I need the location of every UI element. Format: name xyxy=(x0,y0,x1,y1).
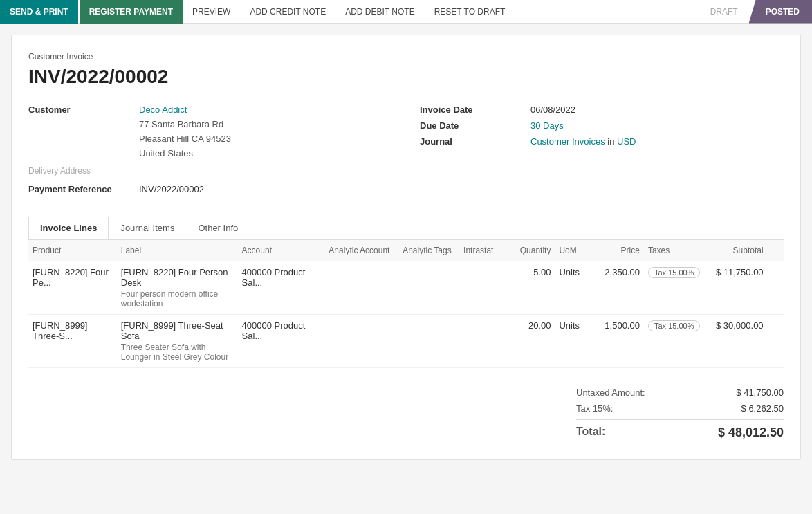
untaxed-label: Untaxed Amount: xyxy=(576,387,645,398)
cell-tags-1 xyxy=(398,315,459,368)
due-date-label: Due Date xyxy=(420,120,530,131)
tax-value: $ 6,262.50 xyxy=(714,403,784,414)
cell-subtotal-1: $ 30,000.00 xyxy=(706,315,768,368)
header-menu xyxy=(768,240,784,261)
tab-other-info[interactable]: Other Info xyxy=(186,217,250,239)
invoice-info-section: Customer Deco Addict 77 Santa Barbara Rd… xyxy=(28,104,784,200)
header-label: Label xyxy=(117,240,238,261)
customer-row: Customer Deco Addict xyxy=(28,104,392,115)
status-draft-label: DRAFT xyxy=(699,0,749,24)
main-content: Customer Invoice INV/2022/00002 Customer… xyxy=(11,35,801,460)
add-debit-note-button[interactable]: ADD DEBIT NOTE xyxy=(335,0,424,24)
invoice-date-value: 06/08/2022 xyxy=(530,104,575,115)
cell-price-0: 2,350.00 xyxy=(589,261,644,315)
journal-currency-link[interactable]: USD xyxy=(617,136,636,147)
address-line2: Pleasant Hill CA 94523 xyxy=(139,134,231,144)
status-bar: DRAFT POSTED xyxy=(699,0,812,24)
invoice-type: Customer Invoice xyxy=(28,52,784,62)
totals-section: Untaxed Amount: $ 41,750.00 Tax 15%: $ 6… xyxy=(28,385,784,443)
toolbar: SEND & PRINT REGISTER PAYMENT PREVIEW AD… xyxy=(0,0,812,24)
total-value: $ 48,012.50 xyxy=(714,425,784,440)
total-label: Total: xyxy=(576,425,605,440)
cell-menu-0 xyxy=(768,261,784,315)
untaxed-value: $ 41,750.00 xyxy=(714,387,784,398)
journal-row: Journal Customer Invoices in USD xyxy=(420,136,784,147)
customer-link[interactable]: Deco Addict xyxy=(139,104,187,115)
payment-reference-row: Payment Reference INV/2022/00002 xyxy=(28,184,392,194)
tabs: Invoice Lines Journal Items Other Info xyxy=(28,217,784,239)
tax-row: Tax 15%: $ 6,262.50 xyxy=(576,401,784,416)
cell-tags-0 xyxy=(398,261,459,315)
totals-table: Untaxed Amount: $ 41,750.00 Tax 15%: $ 6… xyxy=(576,385,784,443)
cell-label-1: [FURN_8999] Three-Seat Sofa Three Seater… xyxy=(117,315,238,368)
payment-reference-value: INV/2022/00002 xyxy=(139,184,204,194)
header-taxes: Taxes xyxy=(644,240,706,261)
untaxed-row: Untaxed Amount: $ 41,750.00 xyxy=(576,385,784,401)
table-row[interactable]: [FURN_8999] Three-S... [FURN_8999] Three… xyxy=(28,315,784,368)
due-date-value: 30 Days xyxy=(530,120,564,131)
add-credit-note-button[interactable]: ADD CREDIT NOTE xyxy=(240,0,335,24)
journal-link[interactable]: Customer Invoices xyxy=(530,136,605,147)
cell-qty-1: 20.00 xyxy=(507,315,555,368)
cell-subtotal-0: $ 11,750.00 xyxy=(706,261,768,315)
send-print-button[interactable]: SEND & PRINT xyxy=(0,0,78,24)
cell-taxes-0: Tax 15.00% xyxy=(644,261,706,315)
invoice-date-row: Invoice Date 06/08/2022 xyxy=(420,104,784,115)
header-uom: UoM xyxy=(555,240,589,261)
cell-qty-0: 5.00 xyxy=(507,261,555,315)
reset-to-draft-button[interactable]: RESET TO DRAFT xyxy=(425,0,515,24)
header-quantity: Quantity xyxy=(507,240,555,261)
cell-taxes-1: Tax 15.00% xyxy=(644,315,706,368)
total-row: Total: $ 48,012.50 xyxy=(576,419,784,443)
invoice-lines-table: Product Label Account Analytic Account A… xyxy=(28,239,784,368)
customer-label: Customer xyxy=(28,104,139,115)
status-posted-label: POSTED xyxy=(749,0,812,24)
address-line1: 77 Santa Barbara Rd xyxy=(139,119,223,129)
cell-analytic-1 xyxy=(324,315,398,368)
journal-value: Customer Invoices in USD xyxy=(530,136,636,147)
cell-label-0: [FURN_8220] Four Person Desk Four person… xyxy=(117,261,238,315)
invoice-date-label: Invoice Date xyxy=(420,104,530,115)
address-line3: United States xyxy=(139,148,193,158)
info-left: Customer Deco Addict 77 Santa Barbara Rd… xyxy=(28,104,392,200)
preview-button[interactable]: PREVIEW xyxy=(183,0,240,24)
cell-price-1: 1,500.00 xyxy=(589,315,644,368)
header-intrastat: Intrastat xyxy=(459,240,507,261)
tab-journal-items[interactable]: Journal Items xyxy=(109,217,186,239)
header-account: Account xyxy=(238,240,325,261)
invoice-number: INV/2022/00002 xyxy=(28,66,784,88)
header-subtotal: Subtotal xyxy=(706,240,768,261)
cell-intrastat-0 xyxy=(459,261,507,315)
register-payment-button[interactable]: REGISTER PAYMENT xyxy=(80,0,183,24)
cell-product-0: [FURN_8220] Four Pe... xyxy=(28,261,117,315)
tab-invoice-lines[interactable]: Invoice Lines xyxy=(28,217,109,239)
customer-value: Deco Addict xyxy=(139,104,187,115)
payment-reference-label: Payment Reference xyxy=(28,184,139,194)
cell-uom-0: Units xyxy=(555,261,589,315)
table-header-row: Product Label Account Analytic Account A… xyxy=(28,240,784,261)
table-row[interactable]: [FURN_8220] Four Pe... [FURN_8220] Four … xyxy=(28,261,784,315)
due-date-row: Due Date 30 Days xyxy=(420,120,784,131)
cell-uom-1: Units xyxy=(555,315,589,368)
delivery-address-label: Delivery Address xyxy=(28,166,392,176)
cell-account-1: 400000 Product Sal... xyxy=(238,315,325,368)
cell-intrastat-1 xyxy=(459,315,507,368)
journal-label: Journal xyxy=(420,136,530,147)
tax-label: Tax 15%: xyxy=(576,403,613,414)
header-analytic-tags: Analytic Tags xyxy=(398,240,459,261)
cell-menu-1 xyxy=(768,315,784,368)
cell-account-0: 400000 Product Sal... xyxy=(238,261,325,315)
due-date-link[interactable]: 30 Days xyxy=(530,120,564,131)
header-analytic-account: Analytic Account xyxy=(324,240,398,261)
header-price: Price xyxy=(589,240,644,261)
cell-analytic-0 xyxy=(324,261,398,315)
customer-address: 77 Santa Barbara Rd Pleasant Hill CA 945… xyxy=(139,118,392,160)
info-right: Invoice Date 06/08/2022 Due Date 30 Days… xyxy=(392,104,784,200)
cell-product-1: [FURN_8999] Three-S... xyxy=(28,315,117,368)
journal-in: in xyxy=(607,136,617,147)
header-product: Product xyxy=(28,240,117,261)
